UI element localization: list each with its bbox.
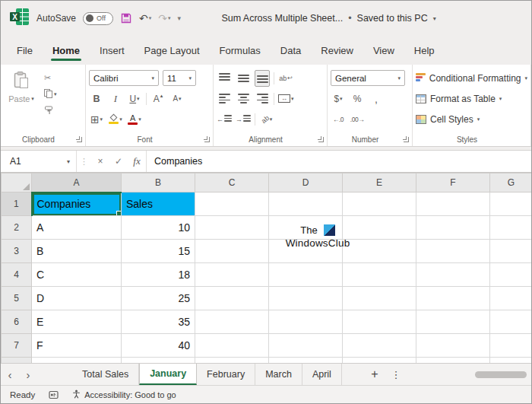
- cancel-icon[interactable]: ×: [91, 151, 109, 172]
- cell-e4[interactable]: [343, 263, 416, 287]
- cell-g3[interactable]: [490, 240, 532, 263]
- cell-d6[interactable]: [269, 310, 343, 334]
- wrap-text-button[interactable]: ab↩: [278, 70, 293, 87]
- cell-d8[interactable]: [269, 358, 343, 364]
- column-header-a[interactable]: A: [32, 173, 122, 192]
- cell-b1[interactable]: Sales: [122, 192, 195, 216]
- number-format-select[interactable]: General▾: [331, 70, 405, 86]
- sheet-tab-january[interactable]: January: [139, 364, 197, 385]
- decrease-decimal-button[interactable]: .00→: [350, 111, 365, 128]
- macro-record-icon[interactable]: [49, 390, 59, 399]
- underline-button[interactable]: U▾: [127, 91, 142, 107]
- format-as-table-button[interactable]: Format as Table ▾: [416, 90, 527, 107]
- row-header-6[interactable]: 6: [2, 310, 32, 334]
- cell-a6[interactable]: E: [32, 310, 122, 334]
- cell-f2[interactable]: [416, 216, 490, 240]
- row-header-5[interactable]: 5: [2, 287, 32, 310]
- column-header-f[interactable]: F: [416, 173, 490, 192]
- sheet-nav-right-icon[interactable]: ›: [19, 364, 37, 385]
- cell-c1[interactable]: [195, 192, 269, 216]
- name-box-splitter[interactable]: ⋮: [77, 151, 91, 172]
- redo-icon[interactable]: ↷▾: [158, 12, 170, 24]
- cell-a2[interactable]: A: [32, 216, 122, 240]
- column-header-b[interactable]: B: [122, 173, 195, 192]
- cell-e2[interactable]: [343, 216, 416, 240]
- cut-button[interactable]: ✂: [42, 70, 59, 85]
- cell-f1[interactable]: [416, 192, 490, 216]
- row-header-3[interactable]: 3: [2, 240, 32, 263]
- decrease-indent-button[interactable]: ←: [217, 111, 232, 128]
- cell-f7[interactable]: [416, 334, 490, 358]
- cell-d2[interactable]: [269, 216, 343, 240]
- paste-button[interactable]: Paste▾: [4, 69, 39, 119]
- percent-format-button[interactable]: %: [350, 91, 365, 107]
- grow-font-button[interactable]: A▴: [150, 91, 166, 107]
- cell-b6[interactable]: 35: [122, 310, 195, 334]
- undo-icon[interactable]: ↶▾: [139, 12, 151, 24]
- align-top-button[interactable]: [217, 70, 232, 87]
- cell-d7[interactable]: [269, 334, 343, 358]
- cell-c7[interactable]: [195, 334, 269, 358]
- autosave-toggle[interactable]: Off: [83, 12, 113, 25]
- cell-f6[interactable]: [416, 310, 490, 334]
- saved-status-chevron-icon[interactable]: ▾: [433, 15, 436, 22]
- new-sheet-button[interactable]: +: [363, 364, 386, 385]
- conditional-formatting-button[interactable]: Conditional Formatting ▾: [416, 69, 527, 87]
- font-name-select[interactable]: Calibri▾: [89, 70, 159, 86]
- sheet-tab-march[interactable]: March: [255, 364, 302, 385]
- cell-f3[interactable]: [416, 240, 490, 263]
- cell-b2[interactable]: 10: [122, 216, 195, 240]
- excel-logo-icon[interactable]: X: [10, 8, 30, 29]
- tab-data[interactable]: Data: [271, 38, 311, 65]
- sheet-tab-february[interactable]: February: [197, 364, 255, 385]
- cell-c4[interactable]: [195, 263, 269, 287]
- horizontal-scrollbar-thumb[interactable]: [475, 371, 527, 378]
- cell-d3[interactable]: [269, 240, 343, 263]
- align-left-button[interactable]: [217, 91, 232, 107]
- cell-e8[interactable]: [343, 358, 416, 364]
- align-bottom-button[interactable]: [255, 70, 270, 87]
- tab-view[interactable]: View: [363, 38, 404, 65]
- sheet-tabs-more-icon[interactable]: ⋮: [386, 364, 406, 385]
- column-header-d[interactable]: D: [269, 173, 343, 192]
- cell-a7[interactable]: F: [32, 334, 122, 358]
- column-header-e[interactable]: E: [343, 173, 416, 192]
- row-header-2[interactable]: 2: [2, 216, 32, 240]
- row-header-1[interactable]: 1: [2, 192, 32, 216]
- cell-d5[interactable]: [269, 287, 343, 310]
- cell-e1[interactable]: [343, 192, 416, 216]
- cell-g6[interactable]: [490, 310, 532, 334]
- cell-styles-button[interactable]: Cell Styles ▾: [416, 110, 527, 128]
- accessibility-status[interactable]: Accessibility: Good to go: [72, 390, 176, 400]
- sheet-tab-april[interactable]: April: [302, 364, 342, 385]
- font-size-select[interactable]: 11▾: [163, 70, 196, 86]
- increase-indent-button[interactable]: →: [236, 111, 251, 128]
- tab-file[interactable]: File: [7, 38, 43, 65]
- cell-a4[interactable]: C: [32, 263, 122, 287]
- cell-e5[interactable]: [343, 287, 416, 310]
- align-center-button[interactable]: [236, 91, 251, 107]
- cell-c2[interactable]: [195, 216, 269, 240]
- column-header-c[interactable]: C: [195, 173, 269, 192]
- font-color-button[interactable]: A▾: [127, 111, 142, 128]
- name-box[interactable]: A1 ▾: [1, 151, 77, 172]
- formula-input[interactable]: Companies: [146, 151, 531, 172]
- cell-c3[interactable]: [195, 240, 269, 263]
- cell-e3[interactable]: [343, 240, 416, 263]
- italic-button[interactable]: I: [108, 91, 123, 107]
- cell-a1[interactable]: Companies: [32, 192, 122, 216]
- number-dialog-launcher-icon[interactable]: [404, 137, 409, 142]
- cell-c5[interactable]: [195, 287, 269, 310]
- fill-color-button[interactable]: ▾: [108, 111, 123, 128]
- orientation-button[interactable]: ab▾: [259, 111, 274, 128]
- align-right-button[interactable]: [255, 91, 270, 107]
- sheet-tab-total-sales[interactable]: Total Sales: [72, 364, 139, 385]
- cell-a5[interactable]: D: [32, 287, 122, 310]
- column-header-g[interactable]: G: [490, 173, 532, 192]
- cell-c6[interactable]: [195, 310, 269, 334]
- tab-page-layout[interactable]: Page Layout: [135, 38, 210, 65]
- tab-help[interactable]: Help: [404, 38, 445, 65]
- cell-a3[interactable]: B: [32, 240, 122, 263]
- cell-e6[interactable]: [343, 310, 416, 334]
- cell-c8[interactable]: [195, 358, 269, 364]
